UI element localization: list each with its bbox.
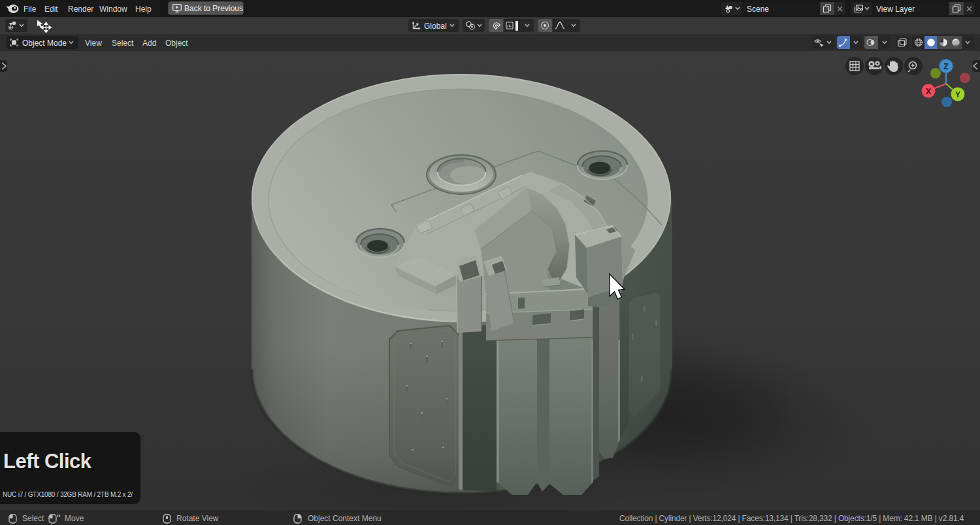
svg-text:X: X [926,87,931,96]
svg-text:Z: Z [943,62,948,71]
svg-text:Y: Y [955,90,960,99]
